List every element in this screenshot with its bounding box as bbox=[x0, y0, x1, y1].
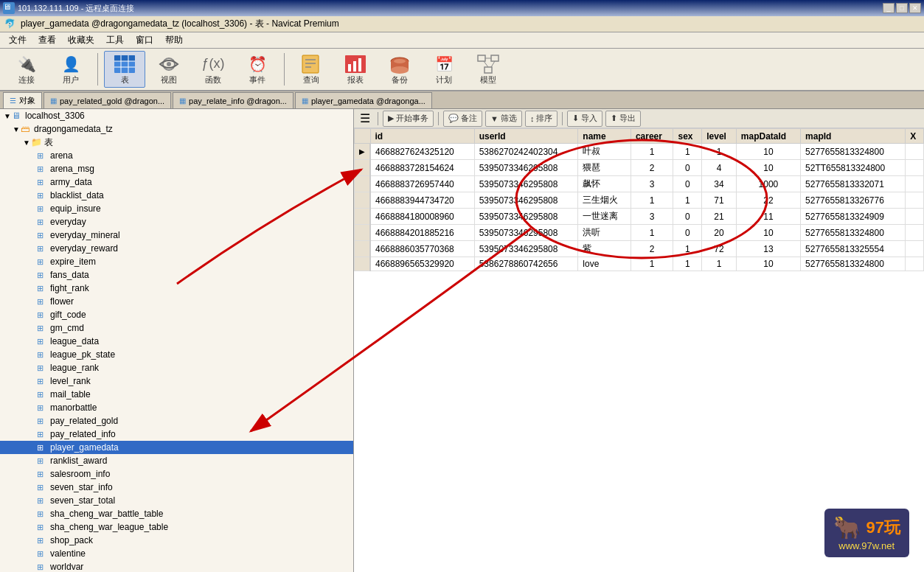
filter-button[interactable]: ▼ 筛选 bbox=[485, 111, 522, 127]
sidebar-database[interactable]: ▼ 🗃 dragongamedata_tz bbox=[0, 122, 353, 136]
tool-backup[interactable]: 备份 bbox=[379, 51, 420, 88]
table-row[interactable]: 4668884180008960 5395073346295808 一世迷离 3… bbox=[355, 209, 924, 225]
col-level[interactable]: level bbox=[702, 129, 737, 144]
menu-help[interactable]: 帮助 bbox=[159, 32, 189, 48]
cell-mapid-1: 52TT655813324800 bbox=[801, 160, 906, 176]
sidebar-item-everyday_mineral[interactable]: ⊞ everyday_mineral bbox=[0, 229, 353, 242]
menu-file[interactable]: 文件 bbox=[3, 32, 32, 48]
sidebar-item-shop_pack[interactable]: ⊞ shop_pack bbox=[0, 534, 353, 547]
table-row[interactable]: 4668884201885216 5395073346295808 洪听 1 0… bbox=[355, 225, 924, 241]
sidebar-item-sha_cheng_war_league_table[interactable]: ⊞ sha_cheng_war_league_table bbox=[0, 520, 353, 534]
tool-query[interactable]: 查询 bbox=[291, 51, 332, 88]
sidebar-item-league_rank[interactable]: ⊞ league_rank bbox=[0, 361, 353, 374]
menu-icon[interactable]: ☰ bbox=[357, 111, 373, 125]
cell-level-4: 21 bbox=[702, 209, 737, 225]
sidebar-item-arena[interactable]: ⊞ arena bbox=[0, 149, 353, 162]
sidebar-item-worldvar[interactable]: ⊞ worldvar bbox=[0, 560, 353, 572]
tab-objects[interactable]: ☰ 对象 bbox=[3, 92, 42, 108]
sidebar-item-level_rank[interactable]: ⊞ level_rank bbox=[0, 374, 353, 388]
col-x[interactable]: X bbox=[906, 129, 924, 144]
table-row[interactable]: 4668883726957440 5395073346295808 飙怀 3 0… bbox=[355, 176, 924, 192]
comment-button[interactable]: 💬 备注 bbox=[443, 111, 482, 127]
cell-id-5: 4668884201885216 bbox=[370, 225, 474, 241]
sidebar-item-ranklist_award[interactable]: ⊞ ranklist_award bbox=[0, 454, 353, 467]
close-button[interactable]: ✕ bbox=[909, 3, 921, 13]
maximize-button[interactable]: □ bbox=[896, 3, 908, 13]
sidebar-item-blacklist_data[interactable]: ⊞ blacklist_data bbox=[0, 189, 353, 202]
menu-view[interactable]: 查看 bbox=[32, 32, 62, 48]
menu-window[interactable]: 窗口 bbox=[130, 32, 159, 48]
func-icon: ƒ(x) bbox=[201, 54, 225, 74]
tool-model[interactable]: 模型 bbox=[468, 51, 509, 88]
table-item-label: valentine bbox=[50, 548, 86, 559]
start-transaction-button[interactable]: ▶ 开始事务 bbox=[383, 111, 434, 127]
col-name[interactable]: name bbox=[578, 129, 631, 144]
tool-event[interactable]: ⏰ 事件 bbox=[237, 51, 278, 88]
sidebar-item-arena_msg[interactable]: ⊞ arena_msg bbox=[0, 162, 353, 175]
sidebar-item-flower[interactable]: ⊞ flower bbox=[0, 295, 353, 308]
tab-bar: ☰ 对象 ▦ pay_related_gold @dragon... ▦ pay… bbox=[0, 91, 924, 109]
tool-user[interactable]: 👤 用户 bbox=[50, 51, 91, 88]
table-row[interactable]: ▶ 4668827624325120 5386270242402304 叶叔 1… bbox=[355, 144, 924, 160]
tab-pay-info[interactable]: ▦ pay_relate_info @dragon... bbox=[173, 92, 293, 108]
menu-favorites[interactable]: 收藏夹 bbox=[62, 32, 100, 48]
sidebar-item-league_data[interactable]: ⊞ league_data bbox=[0, 335, 353, 348]
sidebar-item-army_data[interactable]: ⊞ army_data bbox=[0, 175, 353, 189]
svg-rect-22 bbox=[484, 67, 492, 73]
sidebar-item-fans_data[interactable]: ⊞ fans_data bbox=[0, 268, 353, 282]
col-career[interactable]: career bbox=[631, 129, 673, 144]
col-sex[interactable]: sex bbox=[673, 129, 702, 144]
tool-view[interactable]: 视图 bbox=[148, 51, 190, 88]
table-row[interactable]: 4668883728154624 5395073346295808 猥琶 2 0… bbox=[355, 160, 924, 176]
sidebar-item-valentine[interactable]: ⊞ valentine bbox=[0, 547, 353, 560]
sort-button[interactable]: ↕ 排序 bbox=[525, 111, 558, 127]
data-table-container[interactable]: id userId name career sex level mapDataI… bbox=[354, 128, 924, 572]
server-toggle[interactable]: ▼ bbox=[3, 112, 12, 120]
tool-table[interactable]: 表 bbox=[104, 51, 145, 88]
sidebar-item-pay_related_info[interactable]: ⊞ pay_related_info bbox=[0, 428, 353, 441]
sidebar-item-everyday[interactable]: ⊞ everyday bbox=[0, 215, 353, 229]
tool-report[interactable]: 报表 bbox=[335, 51, 376, 88]
tab-objects-icon: ☰ bbox=[10, 97, 16, 105]
sidebar-item-everyday_reward[interactable]: ⊞ everyday_reward bbox=[0, 242, 353, 255]
sidebar-item-league_pk_state[interactable]: ⊞ league_pk_state bbox=[0, 348, 353, 361]
table-row[interactable]: 4668883944734720 5395073346295808 三生烟火 1… bbox=[355, 192, 924, 209]
tool-connect[interactable]: 🔌 连接 bbox=[6, 51, 47, 88]
tab-pay-gold[interactable]: ▦ pay_related_gold @dragon... bbox=[44, 92, 171, 108]
menu-tools[interactable]: 工具 bbox=[100, 32, 130, 48]
sidebar-item-manorbattle[interactable]: ⊞ manorbattle bbox=[0, 401, 353, 414]
col-userid[interactable]: userId bbox=[474, 129, 578, 144]
sidebar-item-pay_related_gold[interactable]: ⊞ pay_related_gold bbox=[0, 414, 353, 428]
sidebar-item-player_gamedata[interactable]: ⊞ player_gamedata bbox=[0, 441, 353, 454]
sidebar-item-seven_star_info[interactable]: ⊞ seven_star_info bbox=[0, 481, 353, 494]
sidebar-item-salesroom_info[interactable]: ⊞ salesroom_info bbox=[0, 467, 353, 481]
row-indicator-1 bbox=[355, 160, 371, 176]
table-row[interactable]: 4668896565329920 5386278860742656 love 1… bbox=[355, 257, 924, 271]
col-id[interactable]: id bbox=[370, 129, 474, 144]
sidebar-item-sha_cheng_war_battle_table[interactable]: ⊞ sha_cheng_war_battle_table bbox=[0, 507, 353, 520]
sidebar-item-expire_item[interactable]: ⊞ expire_item bbox=[0, 255, 353, 268]
schedule-icon: 📅 bbox=[432, 54, 456, 74]
comment-icon: 💬 bbox=[448, 114, 459, 123]
tables-toggle[interactable]: ▼ bbox=[22, 139, 31, 147]
sidebar-item-seven_star_total[interactable]: ⊞ seven_star_total bbox=[0, 494, 353, 507]
sidebar-item-gm_cmd[interactable]: ⊞ gm_cmd bbox=[0, 321, 353, 335]
minimize-button[interactable]: _ bbox=[883, 3, 895, 13]
tool-schedule[interactable]: 📅 计划 bbox=[423, 51, 465, 88]
sidebar-item-fight_rank[interactable]: ⊞ fight_rank bbox=[0, 282, 353, 295]
model-icon bbox=[476, 54, 500, 74]
tab-player-gamedata[interactable]: ▦ player_gamedata @dragonga... bbox=[295, 92, 432, 108]
table-row[interactable]: 4668886035770368 5395073346295808 紫 2 1 … bbox=[355, 241, 924, 257]
sidebar-item-equip_insure[interactable]: ⊞ equip_insure bbox=[0, 202, 353, 215]
sidebar-item-mail_table[interactable]: ⊞ mail_table bbox=[0, 388, 353, 401]
data-panel: ☰ ▶ 开始事务 💬 备注 ▼ 筛选 ↕ 排序 bbox=[354, 109, 924, 572]
col-mapdataid[interactable]: mapDataId bbox=[736, 129, 800, 144]
db-toggle[interactable]: ▼ bbox=[12, 125, 21, 133]
tool-func[interactable]: ƒ(x) 函数 bbox=[192, 51, 234, 88]
sidebar-item-gift_code[interactable]: ⊞ gift_code bbox=[0, 308, 353, 321]
export-button[interactable]: ⬆ 导出 bbox=[605, 111, 641, 127]
sidebar-server[interactable]: ▼ 🖥 localhost_3306 bbox=[0, 109, 353, 122]
col-mapid[interactable]: mapId bbox=[801, 129, 906, 144]
import-button[interactable]: ⬇ 导入 bbox=[567, 111, 602, 127]
sidebar-tables-group[interactable]: ▼ 📁 表 bbox=[0, 136, 353, 149]
